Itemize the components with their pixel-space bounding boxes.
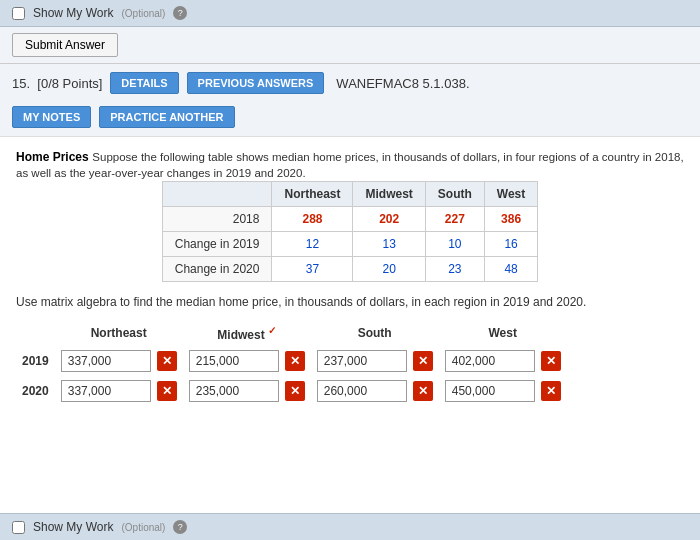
- top-bar: Show My Work (Optional) ?: [0, 0, 700, 27]
- answer-col-northeast: Northeast: [55, 321, 183, 346]
- row-label-2018: 2018: [162, 207, 272, 232]
- input-2019-south[interactable]: [317, 350, 407, 372]
- my-notes-button[interactable]: MY NOTES: [12, 106, 91, 128]
- wrong-mark-2020-west: ✕: [541, 381, 561, 401]
- table-row: Change in 2020 37 20 23 48: [162, 257, 538, 282]
- cell-change2020-midwest: 20: [353, 257, 425, 282]
- answer-year-2020: 2020: [16, 376, 55, 406]
- wrong-mark-2019-south: ✕: [413, 351, 433, 371]
- wrong-mark-2019-west: ✕: [541, 351, 561, 371]
- input-2020-midwest[interactable]: [189, 380, 279, 402]
- col-header-west: West: [484, 182, 537, 207]
- wrong-mark-2020-south: ✕: [413, 381, 433, 401]
- help-icon-bottom[interactable]: ?: [173, 520, 187, 534]
- answer-cell-2020-midwest: ✕: [183, 376, 311, 406]
- data-table: Northeast Midwest South West 2018 288 20…: [162, 181, 539, 282]
- problem-desc: Suppose the following table shows median…: [16, 151, 684, 179]
- cell-change2019-south: 10: [425, 232, 484, 257]
- answer-cell-2019-south: ✕: [311, 346, 439, 376]
- cell-change2019-west: 16: [484, 232, 537, 257]
- input-2020-west[interactable]: [445, 380, 535, 402]
- answer-cell-2019-midwest: ✕: [183, 346, 311, 376]
- show-work-label-bottom: Show My Work: [33, 520, 113, 534]
- answer-cell-2020-south: ✕: [311, 376, 439, 406]
- prev-answers-button[interactable]: PREVIOUS ANSWERS: [187, 72, 325, 94]
- problem-title: Home Prices: [16, 150, 89, 164]
- row-label-change2020: Change in 2020: [162, 257, 272, 282]
- col-header-northeast: Northeast: [272, 182, 353, 207]
- table-row: 2018 288 202 227 386: [162, 207, 538, 232]
- col-header-midwest: Midwest: [353, 182, 425, 207]
- answer-cell-2020-west: ✕: [439, 376, 567, 406]
- wrong-mark-2020-northeast: ✕: [157, 381, 177, 401]
- cell-change2020-northeast: 37: [272, 257, 353, 282]
- table-row: Change in 2019 12 13 10 16: [162, 232, 538, 257]
- wrong-mark-2019-midwest: ✕: [285, 351, 305, 371]
- row-label-change2019: Change in 2019: [162, 232, 272, 257]
- cell-change2020-west: 48: [484, 257, 537, 282]
- optional-badge-bottom: (Optional): [121, 522, 165, 533]
- col-header-south: South: [425, 182, 484, 207]
- answer-cell-2020-northeast: ✕: [55, 376, 183, 406]
- cell-2018-midwest: 202: [353, 207, 425, 232]
- practice-button[interactable]: PRACTICE ANOTHER: [99, 106, 234, 128]
- cell-change2020-south: 23: [425, 257, 484, 282]
- details-button[interactable]: DETAILS: [110, 72, 178, 94]
- submit-bar: Submit Answer: [0, 27, 700, 64]
- cell-2018-south: 227: [425, 207, 484, 232]
- optional-badge-top: (Optional): [121, 8, 165, 19]
- help-icon-top[interactable]: ?: [173, 6, 187, 20]
- question-header: 15. [0/8 Points] DETAILS PREVIOUS ANSWER…: [0, 64, 700, 137]
- show-work-checkbox-top[interactable]: [12, 7, 25, 20]
- input-2019-northeast[interactable]: [61, 350, 151, 372]
- answer-year-2019: 2019: [16, 346, 55, 376]
- cell-2018-northeast: 288: [272, 207, 353, 232]
- answer-cell-2019-west: ✕: [439, 346, 567, 376]
- main-content: Home Prices Suppose the following table …: [0, 137, 700, 513]
- col-header-empty: [162, 182, 272, 207]
- answer-cell-2019-northeast: ✕: [55, 346, 183, 376]
- answer-col-south: South: [311, 321, 439, 346]
- answer-table: Northeast Midwest ✓ South West 2019 ✕: [16, 321, 567, 406]
- cell-change2019-northeast: 12: [272, 232, 353, 257]
- answer-col-west: West: [439, 321, 567, 346]
- problem-description: Home Prices Suppose the following table …: [16, 149, 684, 181]
- question-code: WANEFMAC8 5.1.038.: [336, 76, 469, 91]
- show-work-label-top: Show My Work: [33, 6, 113, 20]
- wrong-mark-2019-northeast: ✕: [157, 351, 177, 371]
- answer-row-2019: 2019 ✕ ✕: [16, 346, 567, 376]
- answer-row-2020: 2020 ✕ ✕: [16, 376, 567, 406]
- wrong-mark-2020-midwest: ✕: [285, 381, 305, 401]
- input-2020-northeast[interactable]: [61, 380, 151, 402]
- answer-col-midwest: Midwest ✓: [183, 321, 311, 346]
- input-2019-west[interactable]: [445, 350, 535, 372]
- bottom-bar: Show My Work (Optional) ?: [0, 513, 700, 540]
- question-text: Use matrix algebra to find the median ho…: [16, 294, 684, 311]
- show-work-checkbox-bottom[interactable]: [12, 521, 25, 534]
- question-number: 15. [0/8 Points]: [12, 76, 102, 91]
- submit-button[interactable]: Submit Answer: [12, 33, 118, 57]
- answer-col-empty: [16, 321, 55, 346]
- cell-change2019-midwest: 13: [353, 232, 425, 257]
- cell-2018-west: 386: [484, 207, 537, 232]
- input-2019-midwest[interactable]: [189, 350, 279, 372]
- input-2020-south[interactable]: [317, 380, 407, 402]
